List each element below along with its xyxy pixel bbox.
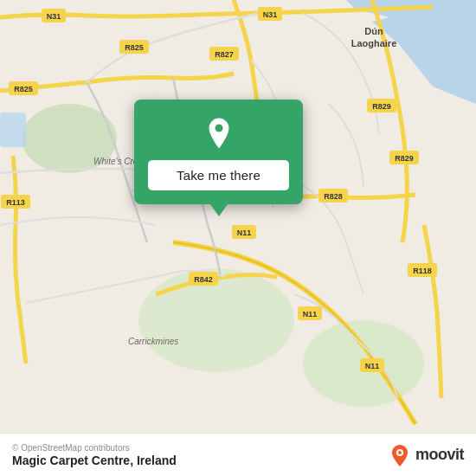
svg-text:R828: R828 xyxy=(324,192,343,201)
map-container: N31 N31 R825 R825 R827 R829 R829 R828 R1… xyxy=(0,0,476,433)
location-name: Magic Carpet Centre, Ireland xyxy=(12,453,177,467)
svg-text:R829: R829 xyxy=(372,102,391,111)
svg-text:Laoghaire: Laoghaire xyxy=(351,38,397,48)
svg-text:Dún: Dún xyxy=(364,26,383,36)
svg-text:R827: R827 xyxy=(215,50,234,59)
svg-text:N31: N31 xyxy=(47,12,61,21)
copyright-text: © OpenStreetMap contributors xyxy=(12,443,177,453)
svg-text:R825: R825 xyxy=(125,43,144,52)
svg-text:N31: N31 xyxy=(263,10,278,19)
svg-rect-6 xyxy=(0,113,26,147)
svg-text:N11: N11 xyxy=(303,310,318,318)
svg-text:R118: R118 xyxy=(413,267,432,275)
svg-text:R842: R842 xyxy=(194,275,213,284)
svg-point-41 xyxy=(398,451,402,454)
footer-left: © OpenStreetMap contributors Magic Carpe… xyxy=(12,443,177,467)
svg-text:R829: R829 xyxy=(395,154,414,163)
take-me-there-button[interactable]: Take me there xyxy=(148,160,289,190)
svg-text:White's Cro: White's Cro xyxy=(93,157,138,166)
svg-text:N11: N11 xyxy=(365,362,380,370)
moovit-logo: moovit xyxy=(388,443,464,467)
location-pin-icon xyxy=(201,115,237,151)
moovit-pin-icon xyxy=(388,443,412,467)
svg-text:R825: R825 xyxy=(14,85,33,93)
moovit-brand-text: moovit xyxy=(415,446,464,464)
svg-text:N11: N11 xyxy=(237,228,252,237)
svg-text:Carrickmines: Carrickmines xyxy=(128,337,178,346)
svg-text:R113: R113 xyxy=(6,198,25,207)
map-popup: Take me there xyxy=(134,100,303,204)
svg-point-39 xyxy=(215,125,222,132)
footer: © OpenStreetMap contributors Magic Carpe… xyxy=(0,433,476,476)
